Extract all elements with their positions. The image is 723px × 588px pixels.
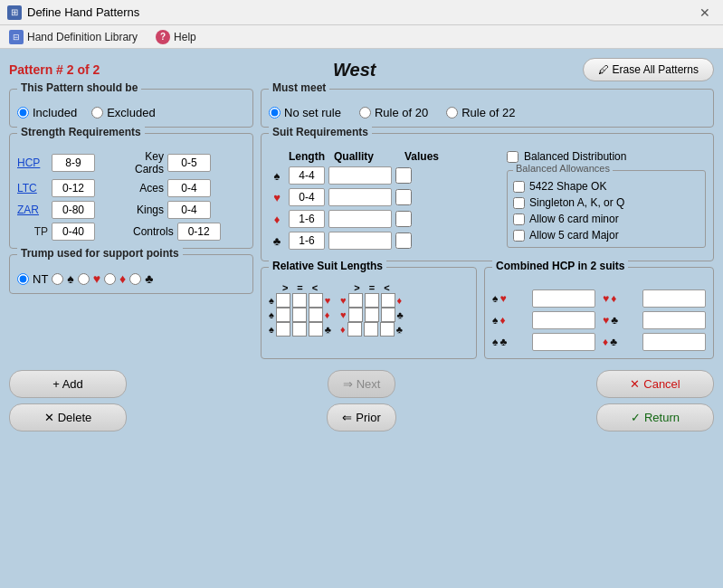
combined-sd-input[interactable] (532, 311, 595, 329)
diamond-values-check[interactable] (395, 211, 412, 227)
allow-5major-check[interactable] (513, 230, 525, 242)
rel-cell-3-lt[interactable] (309, 322, 323, 337)
rel-cell-3-eq[interactable] (292, 322, 307, 337)
rule-22-label[interactable]: Rule of 22 (446, 106, 515, 119)
excluded-radio-label[interactable]: Excluded (91, 106, 155, 119)
close-button[interactable]: ✕ (694, 4, 716, 22)
hcp-input[interactable] (52, 154, 95, 172)
rel-cell-5-gt[interactable] (348, 308, 363, 322)
top-row: Pattern # 2 of 2 West 🖊 ✕ Cancel Erase A… (9, 58, 714, 81)
trump-nt-label[interactable]: NT (17, 272, 48, 286)
rel-cell-6-lt[interactable] (380, 322, 395, 337)
trump-heart-radio[interactable] (78, 273, 90, 285)
club-sym-5: ♣ (611, 314, 618, 327)
combined-hc-input[interactable] (642, 311, 706, 329)
trump-club-label[interactable]: ♣ (129, 271, 153, 286)
combined-sc-input[interactable] (532, 333, 595, 351)
add-button[interactable]: + Add (9, 370, 127, 398)
rel-row-2: ♠ ♦ (269, 308, 331, 322)
controls-input[interactable] (177, 223, 221, 241)
spade-length-input[interactable] (289, 166, 325, 185)
rel-cell-1-gt[interactable] (276, 293, 290, 308)
rel-cell-2-gt[interactable] (276, 308, 290, 322)
heart-length-input[interactable] (289, 188, 325, 206)
balanced-dist-check[interactable] (507, 151, 518, 163)
trump-spade-radio[interactable] (52, 273, 63, 285)
controls-row: Controls (133, 223, 245, 241)
rel-cell-6-eq[interactable] (364, 322, 378, 337)
rel-cell-1-lt[interactable] (309, 293, 323, 308)
cancel-button[interactable]: ✕ Cancel (596, 370, 714, 398)
rel-cell-4-lt[interactable] (381, 293, 395, 308)
tp-input[interactable] (52, 223, 95, 241)
trump-heart-label[interactable]: ♥ (78, 271, 100, 286)
excluded-radio[interactable] (91, 107, 103, 119)
combined-sc-suits: ♠ ♣ (492, 336, 528, 348)
menu-help[interactable]: ? Help (150, 28, 202, 46)
suit-req-group: Suit Requirements Length Quallity Values… (261, 133, 714, 261)
club-quality-input[interactable] (328, 232, 392, 250)
next-button[interactable]: ⇒ Next (328, 370, 396, 398)
rel-cell-1-eq[interactable] (292, 293, 307, 308)
trump-diamond-label[interactable]: ♦ (104, 271, 126, 286)
trump-diamond-radio[interactable] (104, 273, 116, 285)
rel-cell-5-eq[interactable] (365, 308, 379, 322)
combined-sh-input[interactable] (532, 289, 595, 308)
rule-22-text: Rule of 22 (461, 106, 515, 119)
heart-quality-input[interactable] (328, 188, 392, 206)
rel-cell-2-eq[interactable] (292, 308, 307, 322)
rel-cell-6-gt[interactable] (347, 322, 362, 337)
allow-singleton-check[interactable] (513, 197, 525, 209)
no-set-rule-label[interactable]: No set rule (269, 106, 341, 119)
rel-cell-4-gt[interactable] (348, 293, 363, 308)
menu-library[interactable]: ⊟ Hand Definition Library (4, 28, 143, 46)
combined-dc-input[interactable] (642, 333, 706, 351)
delete-button[interactable]: ✕ Delete (9, 403, 127, 432)
rel-row-1: ♠ ♥ (269, 293, 331, 308)
rel-cell-3-gt[interactable] (276, 322, 290, 337)
rule-20-radio[interactable] (359, 107, 371, 119)
library-icon: ⊟ (9, 30, 24, 44)
hcp-link[interactable]: HCP (17, 156, 48, 169)
return-button[interactable]: ✓ Return (596, 403, 714, 432)
must-meet-radio-row: No set rule Rule of 20 Rule of 22 (269, 106, 706, 119)
diamond-length-input[interactable] (289, 210, 325, 228)
trump-club-radio[interactable] (129, 273, 141, 285)
aces-input[interactable] (167, 179, 211, 197)
trump-spade-label[interactable]: ♠ (52, 271, 73, 286)
spade-values-check[interactable] (395, 167, 412, 184)
diamond-quality-input[interactable] (328, 210, 392, 228)
heart-values-check[interactable] (395, 189, 412, 205)
rule-22-radio[interactable] (446, 107, 458, 119)
ltc-link[interactable]: LTC (17, 182, 48, 194)
prior-icon: ⇐ (342, 411, 352, 424)
rel-cell-2-lt[interactable] (309, 308, 323, 322)
allow-6minor-check[interactable] (513, 213, 525, 225)
kings-input[interactable] (167, 201, 211, 219)
club-length-input[interactable] (289, 232, 325, 250)
trump-nt-radio[interactable] (17, 273, 29, 285)
relative-suit-grid: > = < ♠ ♥ (269, 282, 469, 337)
rel-cell-5-lt[interactable] (381, 308, 395, 322)
erase-all-button[interactable]: 🖊 ✕ Cancel Erase All Patterns (583, 58, 714, 81)
rel-cell-4-eq[interactable] (365, 293, 379, 308)
allow-5422-check[interactable] (513, 181, 525, 193)
club-values-check[interactable] (395, 232, 412, 249)
zar-input[interactable] (52, 201, 95, 219)
rel-lt-1: < (312, 282, 318, 293)
rule-20-label[interactable]: Rule of 20 (359, 106, 428, 119)
balanced-panel: Balanced Distribution Balanced Allowance… (507, 150, 706, 253)
no-set-rule-radio[interactable] (269, 107, 281, 119)
next-label: Next (357, 377, 381, 391)
zar-row: ZAR (17, 201, 129, 219)
combined-hd-input[interactable] (642, 289, 706, 308)
included-radio-label[interactable]: Included (17, 106, 77, 119)
keycards-input[interactable] (167, 154, 211, 172)
ltc-input[interactable] (52, 179, 95, 197)
help-icon: ? (156, 30, 170, 44)
rel-row-3: ♠ ♣ (269, 322, 331, 337)
prior-button[interactable]: ⇐ Prior (327, 403, 395, 432)
spade-quality-input[interactable] (328, 166, 392, 185)
zar-link[interactable]: ZAR (17, 204, 48, 216)
included-radio[interactable] (17, 107, 29, 119)
